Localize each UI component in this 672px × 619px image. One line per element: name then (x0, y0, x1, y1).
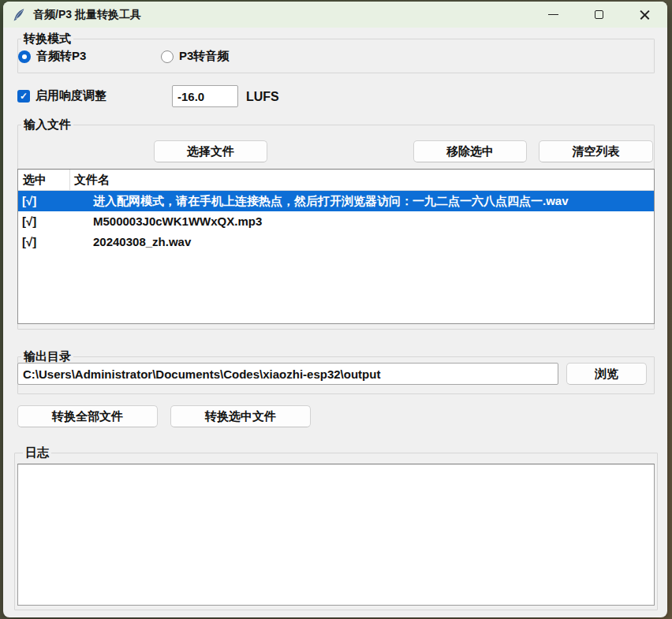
remove-selected-button[interactable]: 移除选中 (413, 140, 527, 162)
log-textarea[interactable] (17, 464, 655, 606)
row-filename-cell: 20240308_zh.wav (70, 232, 654, 252)
titlebar: 音频/P3 批量转换工具 (3, 2, 667, 28)
radio-p3-to-audio-label: P3转音频 (179, 49, 229, 64)
convert-all-button[interactable]: 转换全部文件 (17, 405, 158, 427)
close-button[interactable] (622, 2, 667, 28)
radio-unselected-icon (161, 50, 174, 63)
radio-p3-to-audio[interactable]: P3转音频 (161, 49, 229, 64)
row-filename-cell: M500003J0cWK1WWxQX.mp3 (70, 211, 654, 232)
select-files-button[interactable]: 选择文件 (154, 140, 267, 162)
input-files-group-label: 输入文件 (21, 117, 73, 132)
checkbox-checked-icon: ✓ (17, 90, 30, 103)
lufs-value-input[interactable] (172, 85, 238, 107)
lufs-unit-label: LUFS (246, 90, 279, 104)
app-window: 音频/P3 批量转换工具 转换模式 音频转P3 P3转音频 ✓ 启用响度调整 L… (3, 2, 667, 617)
minimize-button[interactable] (530, 2, 576, 28)
table-row[interactable]: [√] M500003J0cWK1WWxQX.mp3 (18, 211, 654, 232)
radio-audio-to-p3[interactable]: 音频转P3 (18, 49, 86, 64)
loudness-checkbox-label: 启用响度调整 (35, 88, 106, 103)
row-checked-cell: [√] (18, 211, 70, 232)
output-path-input[interactable] (17, 363, 558, 385)
mode-group-label: 转换模式 (21, 32, 73, 46)
window-title: 音频/P3 批量转换工具 (33, 8, 141, 22)
convert-selected-button[interactable]: 转换选中文件 (170, 405, 311, 427)
row-filename-cell: 进入配网模式，请在手机上连接热点，然后打开浏览器访问：一九二点一六八点四点一.w… (70, 191, 654, 211)
row-checked-cell: [√] (18, 191, 70, 211)
table-row[interactable]: [√] 20240308_zh.wav (18, 232, 654, 252)
loudness-checkbox[interactable]: ✓ 启用响度调整 (17, 88, 106, 103)
clear-list-button[interactable]: 清空列表 (539, 140, 653, 162)
window-controls (530, 2, 667, 28)
column-header-filename[interactable]: 文件名 (70, 170, 654, 190)
app-feather-icon (12, 8, 26, 22)
table-row[interactable]: [√] 进入配网模式，请在手机上连接热点，然后打开浏览器访问：一九二点一六八点四… (18, 191, 654, 211)
radio-audio-to-p3-label: 音频转P3 (36, 49, 86, 64)
maximize-icon (595, 10, 603, 19)
close-icon (640, 9, 650, 20)
file-table: 选中 文件名 [√] 进入配网模式，请在手机上连接热点，然后打开浏览器访问：一九… (17, 169, 655, 324)
maximize-button[interactable] (576, 2, 622, 28)
minimize-icon (548, 14, 558, 15)
mode-groupbox: 转换模式 (17, 39, 655, 73)
row-checked-cell: [√] (18, 232, 70, 252)
column-header-checked[interactable]: 选中 (18, 170, 70, 190)
log-group-label: 日志 (23, 446, 51, 460)
file-table-header: 选中 文件名 (18, 170, 654, 191)
radio-selected-icon (18, 50, 31, 63)
output-dir-group-label: 输出目录 (21, 349, 73, 364)
browse-button[interactable]: 浏览 (566, 363, 647, 385)
